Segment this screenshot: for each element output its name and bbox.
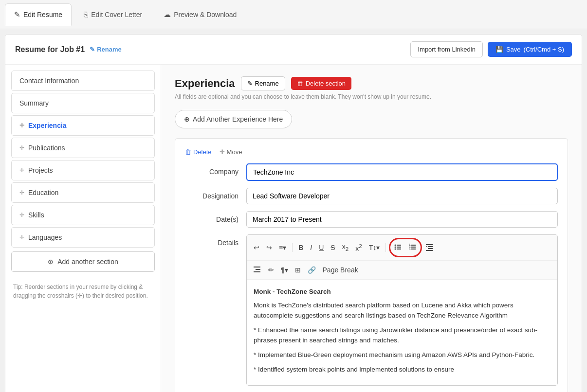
rename-section-icon: ✎ (247, 80, 253, 87)
save-button[interactable]: 💾 Save (Ctrl/Cmd + S) (488, 42, 572, 57)
entry-move-button[interactable]: ✛ Move (220, 148, 242, 156)
indent-button[interactable] (423, 241, 437, 254)
table-button[interactable]: ⊞ (292, 265, 304, 275)
main-panel: Experiencia ✎ Rename 🗑 Delete section Al… (161, 65, 582, 392)
edit-resume-icon: ✎ (14, 10, 20, 19)
sidebar-skills-label: Skills (28, 211, 44, 219)
content-title: Monk - TechZone Search (254, 286, 550, 297)
italic-button[interactable]: I (307, 242, 315, 253)
redo-button[interactable]: ↪ (263, 242, 275, 253)
delete-section-button[interactable]: 🗑 Delete section (291, 77, 351, 90)
list-buttons-group: 1.2.3. (389, 238, 422, 257)
entry-actions: 🗑 Delete ✛ Move (185, 148, 558, 156)
sidebar-education-label: Education (28, 189, 58, 196)
sidebar: Contact Information Summary ✛ Experienci… (5, 65, 161, 392)
header-actions: Import from Linkedin 💾 Save (Ctrl/Cmd + … (410, 41, 572, 57)
strikethrough-button[interactable]: S (328, 242, 338, 253)
svg-point-4 (395, 247, 396, 248)
font-size-button[interactable]: T↕▾ (366, 242, 383, 253)
details-label: Details (185, 234, 238, 247)
body-layout: Contact Information Summary ✛ Experienci… (5, 65, 582, 392)
sidebar-experiencia-label: Experiencia (28, 122, 67, 129)
highlight-button[interactable]: ✏ (265, 265, 277, 275)
content-bullet1: * Enhanced the name search listings usin… (254, 325, 550, 346)
entry-delete-button[interactable]: 🗑 Delete (185, 148, 212, 156)
editor-content[interactable]: Monk - TechZone Search Monk is TechZone'… (247, 280, 557, 385)
sidebar-item-education[interactable]: ✛ Education (11, 182, 155, 203)
svg-rect-1 (397, 247, 401, 248)
page-break-button[interactable]: Page Break (320, 265, 361, 275)
content-bullet2: * Implemented Blue-Green deployment mech… (254, 350, 550, 360)
add-section-button[interactable]: ⊕ Add another section (11, 251, 155, 272)
drag-icon-publications: ✛ (19, 144, 24, 151)
svg-rect-13 (428, 246, 433, 247)
section-title: Experiencia (175, 77, 235, 90)
svg-rect-18 (256, 269, 260, 270)
sidebar-item-summary[interactable]: Summary (11, 93, 155, 113)
svg-rect-8 (411, 249, 416, 249)
import-linkedin-button[interactable]: Import from Linkedin (410, 41, 483, 57)
link-button[interactable]: 🔗 (305, 265, 319, 275)
sidebar-summary-label: Summary (19, 99, 49, 107)
preview-icon: ☁ (164, 10, 171, 19)
entry-move-icon: ✛ (220, 148, 225, 156)
drag-icon-education: ✛ (19, 189, 24, 196)
undo-button[interactable]: ↩ (251, 242, 262, 253)
sidebar-contact-label: Contact Information (19, 77, 79, 85)
align-button[interactable]: ≡▾ (276, 242, 289, 253)
content-paragraph1: Monk is TechZone's distributed search pl… (254, 300, 550, 321)
rename-pencil-icon: ✎ (90, 46, 95, 53)
company-input[interactable] (246, 163, 558, 181)
svg-rect-17 (254, 267, 260, 267)
sidebar-item-projects[interactable]: ✛ Projects (11, 160, 155, 180)
company-label: Company (185, 163, 238, 176)
toolbar-row-1: ↩ ↪ ≡▾ B I U S x2 x2 T↕▾ (247, 235, 557, 261)
sidebar-item-languages[interactable]: ✛ Languages (11, 227, 155, 248)
outdent-button[interactable] (251, 264, 264, 276)
separator-2 (385, 243, 386, 252)
sidebar-item-experiencia[interactable]: ✛ Experiencia (11, 115, 155, 136)
underline-button[interactable]: U (316, 242, 327, 253)
dates-input[interactable] (246, 211, 558, 228)
svg-text:3.: 3. (409, 247, 411, 250)
svg-rect-2 (397, 249, 401, 249)
add-experience-plus-icon: ⊕ (184, 115, 190, 123)
drag-icon-skills: ✛ (19, 212, 24, 218)
trash-icon: 🗑 (297, 80, 303, 87)
rename-section-button[interactable]: ✎ Rename (241, 76, 285, 90)
superscript-button[interactable]: x2 (352, 241, 365, 254)
main-content: Resume for Job #1 ✎ Rename Import from L… (5, 34, 582, 392)
details-editor: ↩ ↪ ≡▾ B I U S x2 x2 T↕▾ (246, 234, 558, 386)
content-bullet3: * Identified system break points and imp… (254, 364, 550, 375)
rename-link[interactable]: ✎ Rename (90, 46, 122, 53)
svg-rect-7 (411, 247, 416, 248)
designation-row: Designation (185, 188, 558, 204)
tab-preview[interactable]: ☁ Preview & Download (154, 3, 246, 26)
sidebar-item-publications[interactable]: ✛ Publications (11, 138, 155, 158)
separator-1 (292, 243, 293, 252)
details-row: Details ↩ ↪ ≡▾ B I U S (185, 234, 558, 386)
sidebar-item-skills[interactable]: ✛ Skills (11, 205, 155, 225)
subscript-button[interactable]: x2 (339, 241, 351, 253)
resume-title-area: Resume for Job #1 ✎ Rename (15, 45, 122, 54)
svg-point-5 (395, 249, 396, 250)
add-experience-button[interactable]: ⊕ Add Another Experience Here (175, 110, 292, 128)
tab-edit-cover[interactable]: ⎘ Edit Cover Letter (74, 3, 151, 26)
sidebar-projects-label: Projects (28, 166, 53, 174)
paragraph-button[interactable]: ¶▾ (278, 265, 291, 275)
designation-label: Designation (185, 188, 238, 200)
svg-marker-16 (426, 246, 427, 248)
entry-delete-icon: 🗑 (185, 148, 191, 156)
ordered-list-button[interactable]: 1.2.3. (406, 241, 420, 254)
drag-icon-languages: ✛ (19, 234, 24, 241)
sidebar-item-contact[interactable]: Contact Information (11, 71, 155, 91)
unordered-list-button[interactable] (391, 241, 405, 254)
svg-rect-0 (397, 245, 401, 246)
sidebar-languages-label: Languages (28, 233, 62, 241)
bold-button[interactable]: B (295, 242, 306, 253)
tab-edit-resume[interactable]: ✎ Edit Resume (5, 3, 72, 26)
designation-input[interactable] (246, 188, 558, 204)
experience-entry: 🗑 Delete ✛ Move Company (175, 138, 568, 392)
dates-label: Date(s) (185, 211, 238, 223)
svg-rect-14 (428, 248, 433, 249)
